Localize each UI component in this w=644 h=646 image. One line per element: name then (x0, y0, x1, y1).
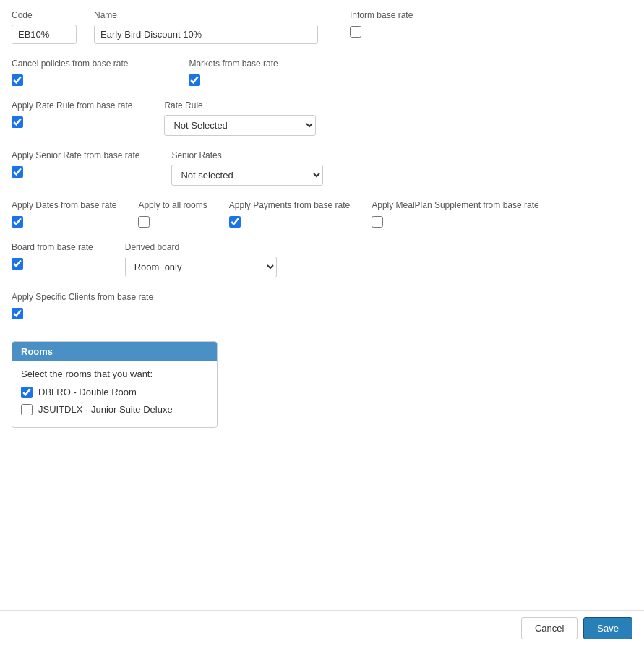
bottom-bar: Cancel Save (0, 610, 644, 646)
board-base-rate-checkbox[interactable] (12, 258, 23, 270)
room-dblro-label[interactable]: DBLRO - Double Room (38, 387, 137, 397)
derived-board-label: Derived board (125, 242, 277, 252)
room-item-dblro: DBLRO - Double Room (21, 385, 208, 398)
save-button[interactable]: Save (583, 617, 632, 639)
room-dblro-checkbox[interactable] (21, 387, 33, 398)
apply-all-rooms-checkbox[interactable] (138, 216, 150, 228)
senior-rates-select[interactable]: Not selected Option 1 Option 2 (171, 165, 323, 186)
apply-mealplan-label: Apply MealPlan Supplement from base rate (372, 200, 538, 210)
apply-all-rooms-label: Apply to all rooms (138, 200, 207, 210)
room-jsuitdlx-checkbox[interactable] (21, 404, 33, 415)
apply-senior-rate-label: Apply Senior Rate from base rate (12, 150, 139, 160)
apply-specific-clients-checkbox[interactable] (12, 308, 23, 319)
cancel-policies-checkbox[interactable] (12, 74, 23, 86)
apply-payments-checkbox[interactable] (229, 216, 241, 228)
apply-rate-rule-checkbox[interactable] (12, 116, 23, 128)
inform-base-rate-label: Inform base rate (350, 10, 413, 20)
rooms-select-label: Select the rooms that you want: (21, 369, 208, 379)
name-label: Name (94, 10, 318, 20)
room-jsuitdlx-label[interactable]: JSUITDLX - Junior Suite Deluxe (38, 404, 173, 415)
code-input[interactable] (12, 25, 77, 44)
senior-rates-label: Senior Rates (171, 150, 323, 160)
derived-board-select[interactable]: Room_only Breakfast Half Board Full Boar… (125, 257, 277, 277)
rooms-panel: Rooms Select the rooms that you want: DB… (12, 341, 218, 428)
name-input[interactable] (94, 25, 318, 44)
room-item-jsuitdlx: JSUITDLX - Junior Suite Deluxe (21, 402, 208, 415)
inform-base-rate-checkbox[interactable] (350, 26, 361, 38)
cancel-policies-label: Cancel policies from base rate (12, 59, 128, 69)
markets-label: Markets from base rate (189, 59, 278, 69)
apply-dates-checkbox[interactable] (12, 216, 23, 228)
cancel-button[interactable]: Cancel (521, 617, 578, 639)
rooms-panel-header: Rooms (12, 342, 217, 361)
apply-senior-rate-checkbox[interactable] (12, 166, 23, 178)
apply-specific-clients-label: Apply Specific Clients from base rate (12, 292, 153, 302)
apply-rate-rule-label: Apply Rate Rule from base rate (12, 100, 132, 111)
apply-dates-label: Apply Dates from base rate (12, 200, 116, 210)
code-label: Code (12, 10, 77, 20)
apply-mealplan-checkbox[interactable] (372, 216, 383, 228)
rate-rule-label: Rate Rule (164, 100, 316, 111)
rate-rule-select[interactable]: Not Selected Option 1 Option 2 (164, 115, 316, 136)
board-base-rate-label: Board from base rate (12, 242, 93, 252)
markets-checkbox[interactable] (189, 74, 200, 86)
apply-payments-label: Apply Payments from base rate (229, 200, 350, 210)
